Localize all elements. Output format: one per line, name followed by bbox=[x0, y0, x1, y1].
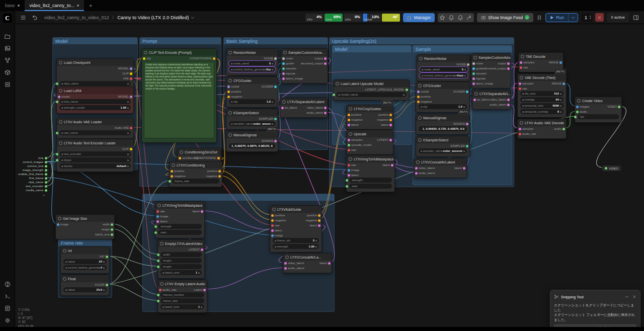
input-positive[interactable]: positive bbox=[417, 94, 431, 99]
input-model[interactable]: model bbox=[227, 84, 239, 89]
input-positive[interactable]: positive bbox=[227, 89, 241, 94]
widget-device[interactable]: ◀devicedefault▶ bbox=[59, 163, 131, 169]
workflow-title[interactable]: Canny to Video (LTX 2.0 Distilled) bbox=[117, 14, 195, 22]
input-av_latent[interactable]: av_latent bbox=[473, 97, 489, 102]
node-cfg1[interactable]: CFGGuidermodelpositivenegativeGUIDER◀cfg… bbox=[226, 76, 278, 108]
node-int1[interactable]: IntINT◀value24▶◀control_before_generatef… bbox=[60, 246, 110, 274]
collapse-dot[interactable] bbox=[272, 208, 276, 211]
output-height[interactable]: height bbox=[102, 227, 113, 232]
output-CONDITIONING[interactable]: CONDITIONING bbox=[190, 56, 215, 61]
sidebar-item-logs[interactable] bbox=[2, 303, 13, 314]
hub-output-dot[interactable] bbox=[45, 177, 47, 180]
node-sca2[interactable]: SamplerCustomAdva...noiseguidersamplersi… bbox=[471, 53, 511, 89]
node-lum[interactable]: Load Latent Upscale ModelLATENT_UPSCALE_… bbox=[333, 79, 410, 101]
hub-output-dot[interactable] bbox=[45, 157, 47, 159]
output-latent[interactable]: latent bbox=[382, 162, 393, 168]
widget-frame_rate[interactable]: frame_rate bbox=[160, 298, 204, 303]
comfyui-logo[interactable]: C bbox=[3, 14, 12, 23]
hub-label-current_lora[interactable]: current_lora bbox=[0, 164, 47, 168]
collapse-dot[interactable] bbox=[59, 89, 62, 93]
mute-bell-icon[interactable] bbox=[456, 14, 465, 22]
output-denoised_output[interactable]: denoised_output bbox=[301, 61, 327, 66]
widget-start[interactable]: start bbox=[349, 184, 392, 189]
input-latent_image[interactable]: latent_image bbox=[282, 76, 303, 81]
widget-control_before_generate[interactable]: ◀control_before_generatefixed▶ bbox=[63, 265, 107, 270]
sidebar-item-settings[interactable] bbox=[2, 315, 13, 326]
output-negative[interactable]: negative bbox=[377, 117, 392, 122]
output-latent[interactable]: latent bbox=[381, 122, 392, 127]
output-LATENT_UPSCALE_MODEL[interactable]: LATENT_UPSCALE_MODEL bbox=[365, 87, 408, 92]
widget-strength[interactable]: ◀strength1.00▶ bbox=[273, 244, 319, 249]
panel-toggle-icon[interactable] bbox=[632, 14, 640, 22]
input-vae[interactable]: vae bbox=[519, 86, 527, 91]
input-image[interactable]: image bbox=[57, 222, 68, 227]
hub-label-control_images[interactable]: control_images bbox=[0, 160, 47, 164]
widget-noise_seed[interactable]: ◀noise_seed0▶ bbox=[420, 67, 468, 72]
sidebar-item-model-library[interactable] bbox=[2, 67, 13, 78]
output-VAE[interactable]: VAE bbox=[123, 76, 132, 81]
node-adec[interactable]: LTXV Audio VAE Decodesamplesaudio_vaeaud… bbox=[517, 119, 567, 139]
output-GUIDER[interactable]: GUIDER bbox=[262, 84, 277, 89]
star-icon[interactable] bbox=[438, 14, 447, 22]
toast-close-icon[interactable] bbox=[632, 293, 636, 301]
collapse-dot[interactable] bbox=[63, 277, 66, 281]
hub-output-dot[interactable] bbox=[45, 173, 47, 176]
output-latent[interactable]: latent bbox=[309, 223, 320, 228]
widget-lora_name[interactable]: ◀lora_name▶ bbox=[59, 99, 131, 104]
output-denoised_output[interactable]: denoised_output bbox=[484, 66, 510, 71]
input-sampler[interactable]: sampler bbox=[472, 71, 487, 76]
output-batch_size[interactable]: batch_size bbox=[95, 232, 113, 237]
output-audio_latent[interactable]: audio_latent bbox=[490, 102, 510, 107]
converted-input-dot[interactable] bbox=[169, 180, 171, 183]
node-sep1[interactable]: LTXVSeparateAVLatentav_latentvideo_laten… bbox=[280, 98, 328, 118]
node-savevid[interactable]: VIDEO bbox=[602, 165, 621, 172]
hub-output-dot[interactable] bbox=[45, 185, 47, 188]
stop-button[interactable] bbox=[595, 13, 604, 22]
output-SIGMAS[interactable]: SIGMAS bbox=[453, 121, 468, 126]
widget-height[interactable]: height bbox=[160, 258, 202, 263]
widget-width[interactable]: width bbox=[160, 252, 202, 257]
output-video_latent[interactable]: video_latent bbox=[490, 97, 510, 102]
output-audio_latent[interactable]: audio_latent bbox=[306, 110, 327, 115]
widget-cfg[interactable]: ◀cfg1.0▶ bbox=[419, 104, 467, 109]
node-sep2[interactable]: LTXVSeparateAVL...av_latentvideo_latenta… bbox=[472, 90, 511, 110]
input-negative[interactable]: negative bbox=[271, 218, 286, 223]
input-negative[interactable]: negative bbox=[348, 117, 363, 122]
input-video_latent[interactable]: video_latent bbox=[284, 261, 304, 266]
widget-dtype[interactable]: ◀dtype▶ bbox=[59, 157, 131, 162]
input-samples[interactable]: samples bbox=[520, 60, 534, 65]
output-Latent[interactable]: Latent bbox=[194, 287, 206, 292]
menu-icon[interactable] bbox=[19, 14, 27, 22]
collapse-dot[interactable] bbox=[172, 163, 175, 167]
collapse-dot[interactable] bbox=[577, 99, 581, 103]
output-positive[interactable]: positive bbox=[207, 169, 221, 174]
output-GUIDER[interactable]: GUIDER bbox=[453, 89, 468, 94]
widget-frame_rate[interactable]: frame_rate bbox=[172, 179, 219, 184]
collapse-dot[interactable] bbox=[520, 121, 523, 125]
output-latent[interactable]: latent bbox=[192, 209, 203, 214]
node-atenc[interactable]: LTXV Audio Text Encoder LoaderCLIP◀text_… bbox=[56, 139, 134, 172]
hub-output-dot[interactable] bbox=[45, 189, 47, 192]
output-SAMPLER[interactable]: SAMPLER bbox=[259, 116, 277, 121]
snipping-tool-toast[interactable]: Snipping Tool スクリーンショットをクリップボードにコピーしました … bbox=[550, 290, 640, 331]
widget-frame_idx[interactable]: ◀frame_idx0▶ bbox=[273, 238, 319, 243]
prompt-textarea[interactable]: A wide shot captures a determined swords… bbox=[144, 62, 214, 138]
share-icon[interactable] bbox=[465, 14, 474, 22]
input-model[interactable]: model bbox=[417, 89, 429, 94]
show-image-feed-button[interactable]: Show Image Feed bbox=[477, 13, 533, 22]
input-upscale_model[interactable]: upscale_model bbox=[348, 142, 371, 147]
output-latent[interactable]: latent bbox=[454, 166, 465, 171]
widget-control_before_generate[interactable]: ◀control_before_generatefixed▶ bbox=[420, 73, 468, 78]
sidebar-item-node-library[interactable] bbox=[2, 55, 13, 66]
sidebar-item-image-gallery[interactable] bbox=[2, 43, 13, 54]
converted-input-dot[interactable] bbox=[346, 185, 348, 188]
node-vdec[interactable]: VAE Decode (Tiled)[BETA]samplesvaeIMAGE◀… bbox=[517, 73, 567, 118]
input-sampler[interactable]: sampler bbox=[282, 66, 296, 71]
output-INT[interactable]: INT bbox=[100, 254, 108, 259]
collapse-dot[interactable] bbox=[418, 138, 422, 142]
input-model[interactable]: model bbox=[58, 94, 69, 99]
collapse-dot[interactable] bbox=[59, 141, 62, 145]
input-positive[interactable]: positive bbox=[171, 169, 184, 174]
new-tab-button[interactable]: + bbox=[84, 0, 97, 11]
node-noise2[interactable]: RandomNoiseNOISE◀noise_seed0▶◀control_be… bbox=[417, 54, 471, 81]
